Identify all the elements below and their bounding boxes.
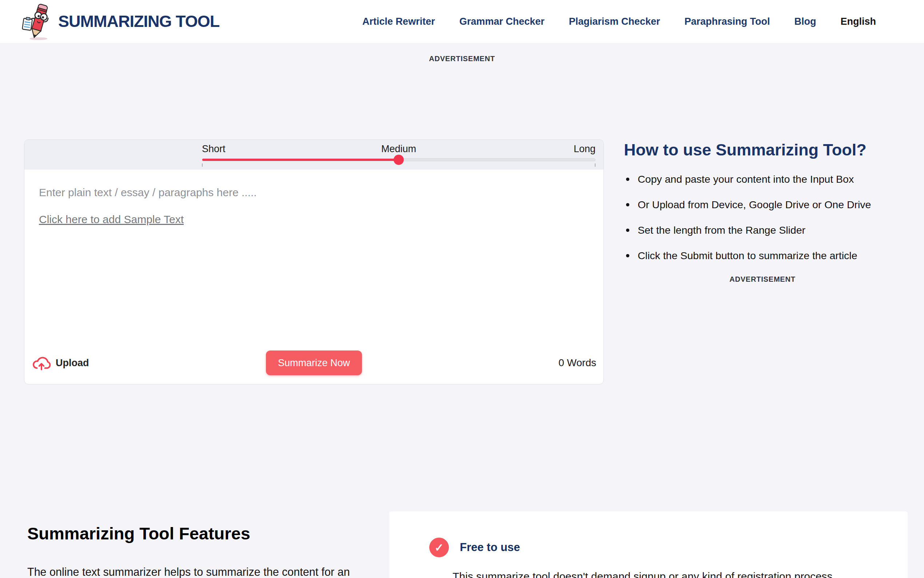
add-sample-text-link[interactable]: Click here to add Sample Text: [39, 213, 184, 226]
summarizer-card: Short Medium Long Enter plain text / ess…: [24, 140, 604, 384]
slider-label-medium: Medium: [381, 143, 416, 155]
how-to-step: Set the length from the Range Slider: [624, 224, 901, 236]
features-intro-block: Summarizing Tool Features The online tex…: [27, 523, 377, 578]
card-footer: Upload Summarize Now 0 Words: [24, 350, 604, 376]
feature-card-text: This summarize tool doesn't demand signu…: [453, 568, 867, 578]
brand-logo[interactable]: SUMMARIZING TOOL: [21, 3, 219, 41]
how-to-step-text: Or Upload from Device, Google Drive or O…: [638, 199, 871, 210]
upload-button[interactable]: Upload: [32, 355, 89, 370]
slider-handle[interactable]: [393, 155, 404, 165]
feature-card-title: Free to use: [460, 541, 520, 554]
bullet-dot: [626, 203, 629, 206]
how-to-step: Click the Submit button to summarize the…: [624, 250, 901, 262]
brand-title: SUMMARIZING TOOL: [58, 12, 219, 31]
how-to-use-section: How to use Summarizing Tool? Copy and pa…: [624, 140, 901, 284]
length-slider-strip: Short Medium Long: [24, 140, 604, 170]
slider-label-long: Long: [574, 143, 596, 155]
features-intro-text: The online text summarizer helps to summ…: [27, 564, 377, 578]
header: SUMMARIZING TOOL Article Rewriter Gramma…: [0, 0, 924, 43]
slider-fill: [202, 159, 399, 161]
pencil-mascot-icon: [21, 3, 56, 41]
slider-tick-end: [595, 164, 596, 167]
bullet-dot: [626, 254, 629, 257]
slider-track[interactable]: [202, 158, 596, 161]
slider-tick-start: [202, 164, 202, 167]
nav-article-rewriter[interactable]: Article Rewriter: [362, 16, 435, 27]
bullet-dot: [626, 178, 629, 181]
nav-grammar-checker[interactable]: Grammar Checker: [460, 16, 545, 27]
check-icon: ✓: [429, 537, 449, 557]
how-to-step-text: Copy and paste your content into the Inp…: [638, 173, 854, 185]
nav-paraphrasing-tool[interactable]: Paraphrasing Tool: [684, 16, 770, 27]
features-title: Summarizing Tool Features: [27, 523, 377, 544]
main-nav: Article Rewriter Grammar Checker Plagiar…: [362, 16, 876, 27]
nav-blog[interactable]: Blog: [794, 16, 816, 27]
how-to-steps: Copy and paste your content into the Inp…: [624, 173, 901, 262]
how-to-step-text: Click the Submit button to summarize the…: [638, 250, 858, 261]
upload-label: Upload: [56, 357, 89, 369]
bullet-dot: [626, 229, 629, 232]
input-placeholder: Enter plain text / essay / paragraphs he…: [39, 186, 257, 199]
how-to-step-text: Set the length from the Range Slider: [638, 224, 806, 236]
advertisement-label-side: ADVERTISEMENT: [624, 275, 901, 284]
feature-card-header: ✓ Free to use: [429, 537, 520, 557]
feature-card-free-to-use: ✓ Free to use This summarize tool doesn'…: [389, 511, 908, 578]
nav-language-english[interactable]: English: [840, 16, 876, 27]
length-slider: Short Medium Long: [202, 143, 596, 167]
how-to-step: Copy and paste your content into the Inp…: [624, 173, 901, 185]
slider-label-short: Short: [202, 143, 225, 155]
how-to-step: Or Upload from Device, Google Drive or O…: [624, 199, 901, 211]
word-count: 0 Words: [558, 357, 596, 369]
main-content: Short Medium Long Enter plain text / ess…: [0, 140, 924, 384]
nav-plagiarism-checker[interactable]: Plagiarism Checker: [569, 16, 660, 27]
features-section: Summarizing Tool Features The online tex…: [0, 510, 924, 578]
how-to-title: How to use Summarizing Tool?: [624, 140, 901, 160]
advertisement-space-top: [0, 63, 924, 140]
advertisement-label-top: ADVERTISEMENT: [0, 55, 924, 63]
cloud-upload-icon: [32, 355, 50, 370]
summarize-now-button[interactable]: Summarize Now: [266, 351, 362, 375]
